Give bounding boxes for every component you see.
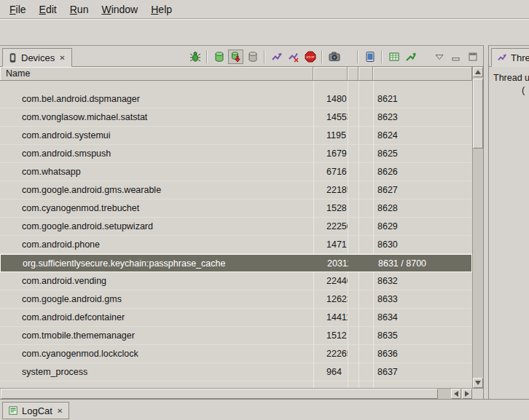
menu-item[interactable]: Help <box>144 1 179 18</box>
process-port-cell: 8623 <box>373 112 472 122</box>
main-toolbar-area <box>0 20 529 44</box>
scroll-up-button[interactable] <box>473 67 483 77</box>
process-port-cell: 8633 <box>373 294 472 304</box>
scroll-left-button[interactable] <box>451 389 461 399</box>
device-table-header: Name <box>0 67 472 81</box>
network-stats-icon[interactable] <box>386 49 401 64</box>
stop-process-icon[interactable]: STOP <box>302 49 318 64</box>
process-name-cell: com.google.android.gms.wearable <box>0 185 313 195</box>
process-row[interactable]: com.google.android.gms 12623 8633 <box>0 290 472 309</box>
process-name-cell: com.tmobile.thememanager <box>0 330 313 341</box>
screen-record-icon[interactable] <box>362 49 377 64</box>
process-row[interactable]: com.google.android.gms.wearable 22185 86… <box>0 181 472 199</box>
toolbar-separator <box>264 50 265 63</box>
toolbar-separator <box>357 50 358 63</box>
svg-text:STOP: STOP <box>306 55 315 59</box>
process-pid-cell: 14553 <box>313 112 348 122</box>
process-name-cell: org.sufficientlysecure.keychain:passphra… <box>1 258 314 269</box>
debug-process-icon[interactable] <box>187 49 203 64</box>
process-row[interactable]: com.google.android.setupwizard 22250 862… <box>0 218 472 236</box>
process-row[interactable]: com.android.defcontainer 14411 8634 <box>0 309 472 327</box>
vertical-scroll-thumb[interactable] <box>473 79 483 148</box>
dump-hprof-icon[interactable] <box>228 49 243 64</box>
process-name-cell: com.android.phone <box>0 239 313 250</box>
column-header-a[interactable] <box>348 67 358 80</box>
menu-item[interactable]: Window <box>95 1 144 18</box>
threads-message-line2: ( <box>522 85 525 95</box>
process-port-cell: 8626 <box>373 167 472 177</box>
scrollbar-corner <box>472 388 483 399</box>
menu-item[interactable]: Edit <box>33 1 63 18</box>
process-row[interactable]: com.android.systemui 1195 8624 <box>0 127 472 145</box>
process-port-cell: 8632 <box>373 276 472 286</box>
device-icon <box>8 52 17 63</box>
process-row[interactable]: com.cyanogenmod.lockclock 22265 8636 <box>0 345 472 363</box>
horizontal-scrollbar[interactable] <box>0 388 472 399</box>
arrow-down-icon <box>475 381 481 388</box>
process-port-cell: 8636 <box>373 349 472 359</box>
ddms-window: FileEditRunWindowHelp Devices ✕ <box>0 0 529 420</box>
process-port-cell: 8630 <box>373 239 472 250</box>
device-process-list: com.bel.android.dspmanager 1480 8621 com… <box>0 81 472 388</box>
column-header-port[interactable] <box>373 67 472 80</box>
menu-bar: FileEditRunWindowHelp <box>0 0 529 19</box>
start-method-profiling-icon[interactable] <box>286 49 301 64</box>
threads-view: Threads ✕ Thread up ( <box>488 45 529 399</box>
view-menu-icon[interactable] <box>431 49 447 64</box>
process-name-cell: com.cyanogenmod.lockclock <box>0 349 313 359</box>
process-row[interactable]: com.tmobile.thememanager 1512 8635 <box>0 327 472 345</box>
screen-capture-icon[interactable] <box>326 49 342 64</box>
cause-gc-icon[interactable] <box>245 49 260 64</box>
maximize-icon[interactable] <box>465 49 480 64</box>
process-pid-cell: 22185 <box>313 185 348 195</box>
process-port-cell: 8621 <box>373 94 472 104</box>
scroll-down-button[interactable] <box>473 378 483 388</box>
process-pid-cell: 20311 <box>314 258 348 269</box>
process-name-cell: com.android.vending <box>0 276 313 286</box>
tab-threads[interactable]: Threads ✕ <box>491 48 529 67</box>
threads-icon <box>497 52 507 63</box>
column-header-pid[interactable] <box>313 67 348 80</box>
process-row[interactable]: system_process 964 8637 <box>0 363 472 381</box>
arrow-left-icon <box>451 391 458 397</box>
process-row[interactable]: com.bel.android.dspmanager 1480 8621 <box>0 90 472 108</box>
update-heap-icon[interactable] <box>211 49 227 64</box>
scroll-right-button[interactable] <box>462 389 472 399</box>
close-icon[interactable]: ✕ <box>56 407 63 415</box>
menu-item[interactable]: Run <box>63 1 95 18</box>
column-header-b[interactable] <box>358 67 373 80</box>
process-pid-cell: 964 <box>313 367 348 377</box>
process-row[interactable]: org.sufficientlysecure.keychain:passphra… <box>0 254 472 272</box>
tab-threads-label: Threads <box>511 52 529 63</box>
tracking-icon[interactable] <box>403 49 418 64</box>
process-row[interactable]: com.android.phone 1471 8630 <box>0 236 472 254</box>
process-name-cell: com.vonglasow.michael.satstat <box>0 112 313 122</box>
minimize-icon[interactable] <box>448 49 463 64</box>
close-icon[interactable]: ✕ <box>58 54 66 62</box>
menu-item[interactable]: File <box>3 1 33 18</box>
process-row[interactable]: com.whatsapp 6716 8626 <box>0 163 472 181</box>
process-row[interactable]: com.vonglasow.michael.satstat 14553 8623 <box>0 108 472 127</box>
toolbar-separator <box>206 50 208 63</box>
process-name-cell: com.android.smspush <box>0 148 313 159</box>
threads-tabbar: Threads ✕ <box>489 45 529 67</box>
process-port-cell: 8627 <box>373 185 472 195</box>
horizontal-scroll-thumb[interactable] <box>1 389 438 399</box>
update-threads-icon[interactable] <box>269 49 284 64</box>
tab-devices[interactable]: Devices ✕ <box>2 48 72 67</box>
process-row[interactable]: com.android.smspush 1679 8625 <box>0 145 472 163</box>
process-name-cell: com.android.defcontainer <box>0 312 313 322</box>
process-name-cell: system_process <box>0 367 313 377</box>
process-pid-cell: 1528 <box>313 203 348 213</box>
process-pid-cell: 22250 <box>313 221 348 231</box>
process-port-cell: 8628 <box>373 203 472 213</box>
process-row[interactable]: com.cyanogenmod.trebuchet 1528 8628 <box>0 199 472 218</box>
tab-logcat[interactable]: LogCat ✕ <box>2 402 69 419</box>
process-pid-cell: 14411 <box>313 312 348 322</box>
logcat-view-strip: LogCat ✕ <box>0 399 529 420</box>
process-port-cell: 8635 <box>373 330 472 341</box>
process-pid-cell: 1471 <box>313 239 348 250</box>
process-row[interactable]: com.android.vending 22440 8632 <box>0 272 472 290</box>
column-header-name[interactable]: Name <box>0 67 313 80</box>
vertical-scrollbar[interactable] <box>472 67 483 388</box>
